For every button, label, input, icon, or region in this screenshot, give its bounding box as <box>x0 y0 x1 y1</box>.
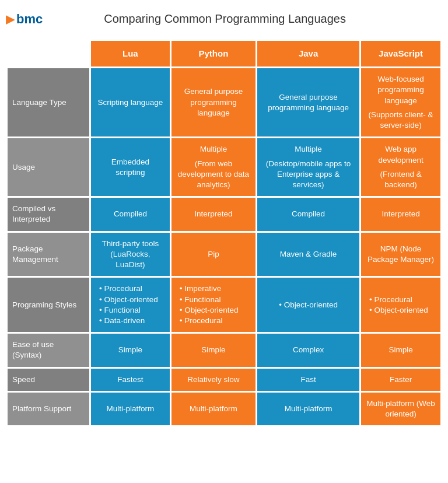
cell-list-item: • Functional <box>180 295 247 305</box>
cell-r4-c0: • Procedural• Object-oriented• Functiona… <box>91 278 170 332</box>
cell-r0-c1: General purpose programming language <box>172 68 256 136</box>
cell-r5-c2: Complex <box>257 334 359 366</box>
table-row: Ease of use (Syntax)SimpleSimpleComplexS… <box>8 334 440 366</box>
cell-r6-c3: Faster <box>361 369 440 391</box>
table-row: SpeedFastestRelatively slowFastFaster <box>8 369 440 391</box>
cell-text-part: (From web development to data analytics) <box>176 159 251 191</box>
cell-r1-c0: Embedded scripting <box>91 138 170 196</box>
cell-r2-c3: Interpreted <box>361 198 440 230</box>
cell-text-part: Multiple <box>262 144 355 155</box>
col-header-lua: Lua <box>91 41 170 66</box>
cell-r6-c0: Fastest <box>91 369 170 391</box>
table-row: UsageEmbedded scriptingMultiple(From web… <box>8 138 440 196</box>
cell-text-part: (Frontend & backend) <box>366 169 436 190</box>
empty-header <box>8 41 89 66</box>
cell-r5-c3: Simple <box>361 334 440 366</box>
row-label-6: Speed <box>8 369 89 391</box>
cell-list-item: • Imperative <box>180 284 247 294</box>
cell-text-part: Multi-platform (Web oriented) <box>366 398 436 419</box>
cell-r7-c0: Multi-platform <box>91 393 170 425</box>
cell-r6-c1: Relatively slow <box>172 369 256 391</box>
cell-r3-c1: Pip <box>172 233 256 276</box>
cell-r3-c3: NPM (Node Package Manager) <box>361 233 440 276</box>
cell-r3-c0: Third-party tools (LuaRocks, LuaDist) <box>91 233 170 276</box>
cell-r0-c2: General purpose programming language <box>257 68 359 136</box>
table-row: Programing Styles• Procedural• Object-or… <box>8 278 440 332</box>
logo-icon: ▸ <box>6 9 14 29</box>
cell-r0-c0: Scripting language <box>91 68 170 136</box>
page-title: Comparing Common Programming Languages <box>54 12 396 26</box>
col-header-javascript: JavaScript <box>361 41 440 66</box>
logo: ▸ bmc <box>6 9 43 29</box>
cell-text-part: (Desktop/mobile apps to Enterprise apps … <box>262 159 355 191</box>
row-label-3: Package Management <box>8 233 89 276</box>
cell-r6-c2: Fast <box>257 369 359 391</box>
col-header-java: Java <box>257 41 359 66</box>
cell-list-item: • Procedural <box>369 295 432 305</box>
cell-r1-c3: Web app development(Frontend & backend) <box>361 138 440 196</box>
table-row: Platform SupportMulti-platformMulti-plat… <box>8 393 440 425</box>
comparison-table: Lua Python Java JavaScript Language Type… <box>6 39 442 427</box>
cell-list-item: • Object-oriented <box>369 305 432 316</box>
cell-text-part: (Supports client- & server-side) <box>366 110 436 131</box>
cell-r4-c1: • Imperative• Functional• Object-oriente… <box>172 278 256 332</box>
cell-list-item: • Object-oriented <box>99 295 162 305</box>
cell-list-item: • Procedural <box>180 316 247 326</box>
cell-text-part: Web-focused programming language <box>366 74 436 106</box>
row-label-1: Usage <box>8 138 89 196</box>
cell-r2-c2: Compiled <box>257 198 359 230</box>
col-header-python: Python <box>172 41 256 66</box>
cell-text-part: Multiple <box>176 144 251 155</box>
cell-r1-c2: Multiple(Desktop/mobile apps to Enterpri… <box>257 138 359 196</box>
row-label-4: Programing Styles <box>8 278 89 332</box>
cell-r7-c3: Multi-platform (Web oriented) <box>361 393 440 425</box>
cell-list-item: • Procedural <box>99 284 162 294</box>
cell-list-item: • Data-driven <box>99 316 162 326</box>
row-label-7: Platform Support <box>8 393 89 425</box>
row-label-2: Compiled vs Interpreted <box>8 198 89 230</box>
cell-r3-c2: Maven & Gradle <box>257 233 359 276</box>
cell-list-item: • Functional <box>99 305 162 316</box>
cell-list-item: • Object-oriented <box>180 305 247 316</box>
row-label-5: Ease of use (Syntax) <box>8 334 89 366</box>
table-row: Package ManagementThird-party tools (Lua… <box>8 233 440 276</box>
page-header: ▸ bmc Comparing Common Programming Langu… <box>6 6 442 32</box>
cell-r0-c3: Web-focused programming language(Support… <box>361 68 440 136</box>
comparison-table-container: Lua Python Java JavaScript Language Type… <box>6 39 442 427</box>
cell-r1-c1: Multiple(From web development to data an… <box>172 138 256 196</box>
cell-r4-c2: • Object-oriented <box>257 278 359 332</box>
cell-text-part: Web app development <box>366 144 436 165</box>
column-header-row: Lua Python Java JavaScript <box>8 41 440 66</box>
cell-r5-c0: Simple <box>91 334 170 366</box>
cell-r4-c3: • Procedural• Object-oriented <box>361 278 440 332</box>
table-row: Compiled vs InterpretedCompiledInterpret… <box>8 198 440 230</box>
cell-r2-c1: Interpreted <box>172 198 256 230</box>
cell-r2-c0: Compiled <box>91 198 170 230</box>
cell-r7-c1: Multi-platform <box>172 393 256 425</box>
row-label-0: Language Type <box>8 68 89 136</box>
cell-r5-c1: Simple <box>172 334 256 366</box>
cell-r7-c2: Multi-platform <box>257 393 359 425</box>
table-row: Language TypeScripting languageGeneral p… <box>8 68 440 136</box>
logo-text: bmc <box>16 12 43 27</box>
